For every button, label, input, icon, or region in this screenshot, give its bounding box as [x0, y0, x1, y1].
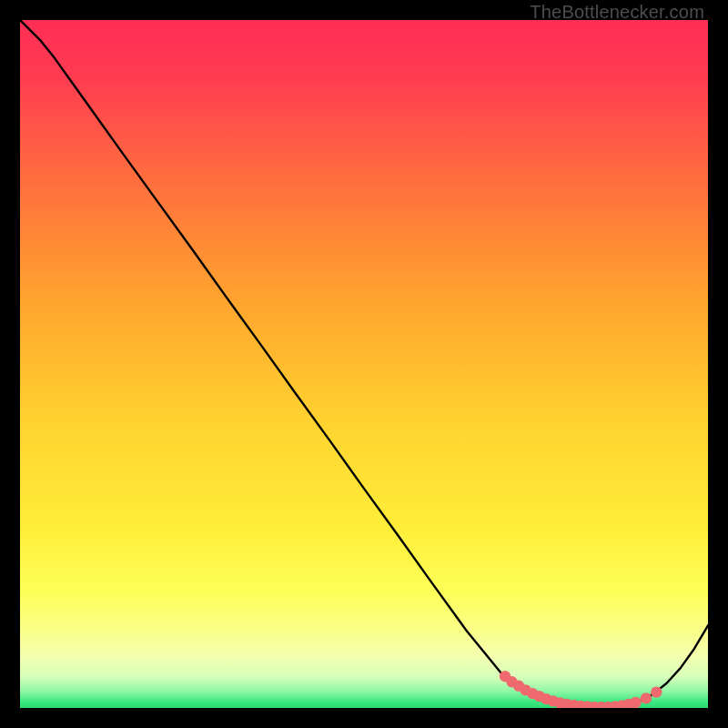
marker-dot	[651, 686, 662, 697]
gradient-background	[20, 20, 708, 708]
bottleneck-chart	[20, 20, 708, 708]
chart-frame	[20, 20, 708, 708]
marker-dot	[641, 693, 652, 703]
marker-dot	[630, 697, 641, 708]
watermark-text: TheBottlenecker.com	[530, 2, 704, 23]
